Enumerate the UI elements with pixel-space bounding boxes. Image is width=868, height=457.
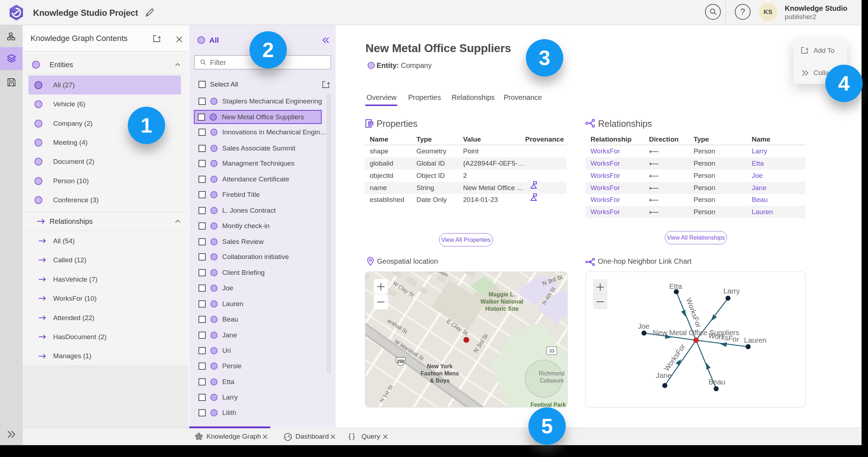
svg-text:Walker National: Walker National	[480, 299, 523, 305]
svg-text:WorksFor: WorksFor	[685, 297, 703, 329]
svg-text:Lauren: Lauren	[744, 336, 766, 344]
svg-text:WorksFor: WorksFor	[663, 342, 687, 373]
svg-text:Beau: Beau	[709, 378, 725, 386]
svg-text:New York: New York	[427, 363, 453, 369]
svg-text:Richmond: Richmond	[539, 370, 565, 377]
svg-text:Historic Site: Historic Site	[485, 306, 518, 312]
svg-text:250: 250	[397, 359, 404, 364]
svg-text:Joe: Joe	[638, 322, 649, 330]
svg-text:Festival Park: Festival Park	[531, 402, 566, 407]
svg-text:33: 33	[549, 348, 554, 354]
svg-text:Coliseum: Coliseum	[540, 378, 564, 384]
svg-text:Jane: Jane	[656, 371, 671, 379]
svg-text:Larry: Larry	[723, 287, 740, 295]
svg-text:Fashion Mens: Fashion Mens	[421, 370, 459, 377]
svg-text:Maggie L.: Maggie L.	[489, 291, 515, 297]
svg-text:Etta: Etta	[669, 282, 682, 290]
svg-text:& Boys: & Boys	[430, 378, 449, 384]
